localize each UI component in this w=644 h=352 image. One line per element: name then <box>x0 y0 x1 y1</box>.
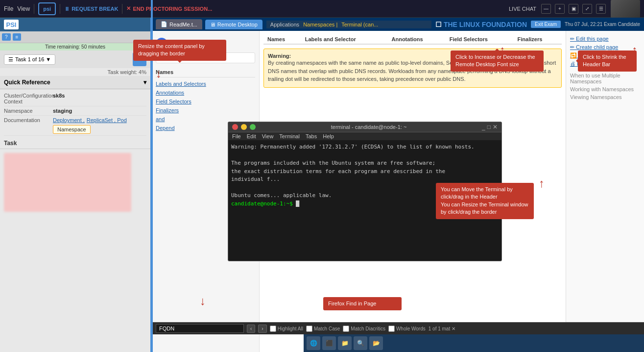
terminal-window-controls: _ □ ✕ <box>482 124 498 130</box>
k8s-sidebar-gray: When to use Multiple Namespaces Working … <box>570 72 640 101</box>
expand-button[interactable]: + <box>555 4 565 14</box>
divider3 <box>122 4 122 14</box>
terminal-menu-tabs[interactable]: Tabs <box>306 133 317 139</box>
top-menu-view[interactable]: View <box>17 5 30 12</box>
terminal-close-icon[interactable]: ✕ <box>493 124 498 130</box>
find-bar: ‹ › Highlight All Match Case Match Diacr… <box>152 322 644 334</box>
k8s-sidebar: ✏ Edit this page ✏ Create child page 🔁 C… <box>566 31 644 352</box>
deployment-link[interactable]: Deployment , <box>53 117 85 123</box>
find-whole-words[interactable]: Whole Words <box>388 326 426 332</box>
readme-tab-icon: 📄 <box>161 21 167 27</box>
terminal-menu-edit[interactable]: Edit <box>247 133 256 139</box>
find-highlight-all[interactable]: Highlight All <box>270 326 303 332</box>
ref-row-cluster: Cluster/Configuration Context sk8s <box>4 91 146 106</box>
app-applications[interactable]: Applications <box>270 22 299 27</box>
tab-remote-desktop[interactable]: 🖥 Remote Desktop <box>205 20 262 29</box>
task-nav: ☰ Task 1 of 16 ▼ → <box>0 50 150 68</box>
working-ns-link: Working with Namespaces <box>570 85 640 93</box>
find-count: 1 of 1 mat ✕ <box>429 326 455 331</box>
toolbar-btn-1[interactable]: ? <box>2 33 11 41</box>
namespace-box[interactable]: Namespace <box>53 125 91 134</box>
replicaset-link[interactable]: ReplicaSet , Pod <box>87 117 127 123</box>
pause-icon: ⏸ <box>64 6 70 12</box>
end-session-button[interactable]: ✕ END PROCTORING SESSION... <box>126 5 212 12</box>
nav-annotations[interactable]: Annotations <box>156 88 255 97</box>
top-menu-file[interactable]: File <box>4 5 13 12</box>
taskbar-terminal-icon[interactable]: ⬛ <box>322 336 336 350</box>
edit-page-link[interactable]: ✏ Edit this page <box>570 35 640 43</box>
toolbar-btn-2[interactable]: ≡ <box>13 33 22 41</box>
remote-desktop-tab-icon: 🖥 <box>210 22 215 27</box>
tab-readme[interactable]: 📄 ReadMe.t... <box>156 19 202 29</box>
k8s-table: Names Labels and Selector Annotations Fi… <box>263 35 562 45</box>
right-panel: 📄 ReadMe.t... 🖥 Remote Desktop Applicati… <box>152 18 644 352</box>
minimize-button[interactable]: — <box>541 4 551 14</box>
settings-button[interactable]: ☰ <box>596 4 606 14</box>
move-terminal-tooltip: You can Move the Terminal by click/drag … <box>436 183 534 219</box>
terminal-menu: File Edit View Terminal Tabs Help <box>228 132 501 140</box>
request-break-button[interactable]: ⏸ REQUEST BREAK <box>64 6 118 12</box>
terminal-maximize-button[interactable] <box>250 124 256 130</box>
taskbar-files-icon[interactable]: 📁 <box>338 336 352 350</box>
exam-status: Thu 07 Jul, 22:21 Exam Candidate <box>565 22 640 27</box>
exit-exam-button[interactable]: Exit Exam <box>531 21 561 28</box>
terminal-line-4: the exact distribution terms for each pr… <box>231 168 499 176</box>
divider <box>34 4 34 14</box>
avatar <box>611 0 640 18</box>
terminal-minimize-icon[interactable]: _ <box>482 124 485 130</box>
taskbar-browser-icon[interactable]: 🌐 <box>307 336 320 350</box>
find-match-case[interactable]: Match Case <box>306 326 340 332</box>
col-finalizers: Finalizers <box>514 35 562 44</box>
find-prev-button[interactable]: ‹ <box>247 325 255 333</box>
resize-panel-tooltip: Resize the content panel by dragging the… <box>133 40 226 61</box>
taskbar-folder-icon[interactable]: 📂 <box>369 336 383 350</box>
top-bar-right: LIVE CHAT — + ▣ ⤢ ☰ <box>509 0 640 18</box>
left-panel: PSI ? ≡ Time remaining: 50 minutes ☰ Tas… <box>0 18 152 352</box>
x-icon: ✕ <box>126 5 131 12</box>
monitor-icon: ▣ <box>569 4 578 14</box>
terminal-line-2 <box>231 151 499 160</box>
live-chat-button[interactable]: LIVE CHAT <box>509 6 536 12</box>
ref-row-documentation: Documentation Deployment , ReplicaSet , … <box>4 116 146 136</box>
app-namespaces[interactable]: Namespaces | <box>303 22 337 27</box>
terminal-close-button[interactable] <box>232 124 238 130</box>
browser-content: K8s kubernetes Names Labels and Selector… <box>152 31 644 352</box>
terminal-restore-icon[interactable]: □ <box>487 124 491 130</box>
nav-finalizers[interactable]: Finalizers <box>156 106 255 115</box>
taskbar: 🌐 ⬛ 📁 🔍 📂 <box>304 334 644 352</box>
taskbar-search-icon[interactable]: 🔍 <box>354 336 367 350</box>
terminal-menu-file[interactable]: File <box>232 133 241 139</box>
task-selector[interactable]: ☰ Task 1 of 16 ▼ <box>4 54 55 65</box>
terminal-menu-terminal[interactable]: Terminal <box>279 133 300 139</box>
find-next-button[interactable]: › <box>258 325 266 333</box>
ref-table: Cluster/Configuration Context sk8s Names… <box>0 89 150 138</box>
app-terminal[interactable]: Terminal (can... <box>341 22 378 27</box>
viewing-ns-link: Viewing Namespaces <box>570 93 640 101</box>
find-in-page-tooltip: Firefox Find in Page <box>323 297 402 310</box>
toolbar-row: ? ≡ <box>0 31 150 43</box>
timer-bar: Time remaining: 50 minutes <box>0 43 150 50</box>
chevron-down-icon: ▾ <box>143 79 146 86</box>
find-input[interactable] <box>156 324 244 333</box>
left-panel-header: PSI <box>0 18 150 31</box>
top-bar: File View psi ⏸ REQUEST BREAK ✕ END PROC… <box>0 0 644 18</box>
main-area: PSI ? ≡ Time remaining: 50 minutes ☰ Tas… <box>0 18 644 352</box>
shrink-header-tooltip: Click to Shrink the Header Bar <box>578 50 637 72</box>
terminal-titlebar[interactable]: terminal - candidate@node-1: ~ _ □ ✕ <box>228 122 501 132</box>
nav-section-names: Names <box>156 67 255 77</box>
doc-links: Deployment , ReplicaSet , Pod <box>53 117 127 123</box>
window-controls: — + ▣ ⤢ ☰ <box>541 4 606 14</box>
find-match-diacritics[interactable]: Match Diacritics <box>343 326 385 332</box>
nav-labels[interactable]: Labels and Selectors <box>156 79 255 88</box>
multi-ns-link: When to use Multiple Namespaces <box>570 72 640 85</box>
fullscreen-button[interactable]: ⤢ <box>582 4 592 14</box>
task-section-label: Task <box>0 138 150 149</box>
terminal-menu-view[interactable]: View <box>262 133 274 139</box>
nav-field-selectors[interactable]: Field Selectors <box>156 97 255 106</box>
psi-logo: psi <box>38 2 56 15</box>
quick-reference-section[interactable]: Quick Reference ▾ <box>0 76 150 89</box>
font-size-tooltip: Click to Increase or Decrease the Remote… <box>451 50 544 72</box>
terminal-menu-help[interactable]: Help <box>323 133 334 139</box>
top-bar-left: File View psi ⏸ REQUEST BREAK ✕ END PROC… <box>4 2 212 15</box>
terminal-minimize-button[interactable] <box>241 124 247 130</box>
